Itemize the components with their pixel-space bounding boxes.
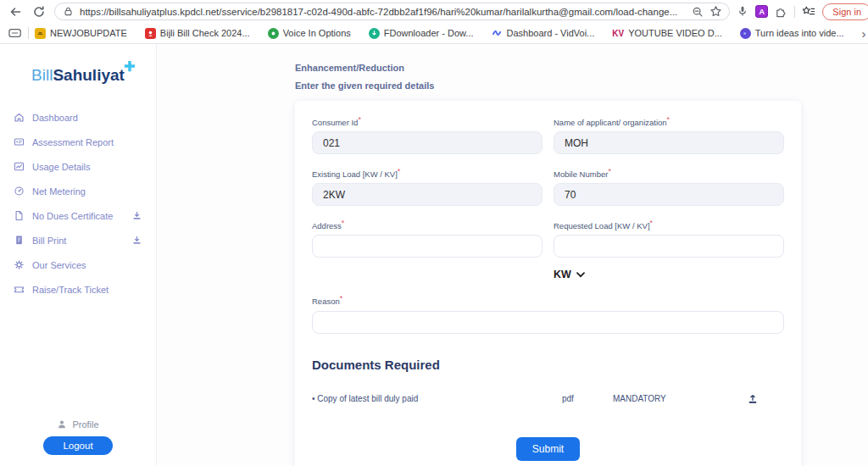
documents-heading: Documents Required	[312, 358, 784, 372]
existing-load-label: Existing Load [KW / KV]*	[312, 167, 542, 179]
unit-select[interactable]: KW	[554, 269, 585, 280]
address-field: Address*	[312, 219, 542, 281]
bookmarks-overflow-chevron[interactable]: ›	[862, 27, 866, 40]
bookmark-voice-in-options[interactable]: Voice In Options	[268, 28, 351, 39]
submit-button[interactable]: Submit	[516, 437, 580, 461]
profile-icon	[57, 419, 67, 430]
sidebar-item-raise-track-ticket[interactable]: Raise/Track Ticket	[0, 277, 156, 302]
ticket-icon	[14, 284, 25, 295]
chevron-down-icon	[576, 272, 585, 278]
sign-in-button[interactable]: Sign in	[822, 3, 868, 20]
bookmark-icon	[35, 28, 46, 39]
back-icon[interactable]	[7, 3, 24, 20]
bill-icon	[14, 235, 25, 246]
meter-icon	[14, 186, 25, 197]
form-grid: Consumer Id* Name of applicant/ organiza…	[312, 115, 784, 334]
profile-link[interactable]: Profile	[57, 419, 98, 430]
bookmark-turn-ideas[interactable]: Turn ideas into vide...	[740, 28, 844, 39]
requested-load-input[interactable]	[554, 235, 784, 258]
bookmark-fdownloader[interactable]: FDownloader - Dow...	[369, 28, 474, 39]
sidebar: BillSahuliyat Dashboard Assessment Repor…	[0, 44, 157, 465]
existing-load-input[interactable]	[312, 183, 542, 206]
bookmark-icon	[145, 28, 156, 39]
requested-load-field: Requested Load [KW / KV]* KW	[554, 219, 784, 281]
logo-plus-icon	[124, 60, 136, 72]
file-icon	[14, 210, 25, 221]
bookmark-star-icon[interactable]	[709, 5, 722, 18]
form-card: Consumer Id* Name of applicant/ organiza…	[295, 101, 801, 466]
address-input[interactable]	[312, 235, 542, 258]
consumer-id-input[interactable]	[312, 131, 542, 154]
reason-input[interactable]	[312, 311, 784, 334]
main-content: Enhancement/Reduction Enter the given re…	[157, 44, 868, 465]
bookmark-youtube-video[interactable]: KV YOUTUBE VIDEO D...	[612, 28, 722, 38]
consumer-id-label: Consumer Id*	[312, 115, 542, 127]
document-file-type: pdf	[562, 394, 613, 403]
extensions-puzzle-icon[interactable]	[775, 5, 787, 18]
sidebar-item-no-dues-certificate[interactable]: No Dues Certificate	[0, 203, 156, 228]
url-text[interactable]: https://billsahuliyatplus.kpdcl.net/sser…	[80, 7, 686, 17]
upload-icon[interactable]	[747, 393, 759, 405]
bookmarks-bar: NEWJOBUPDATE Bijli Bill Check 2024... Vo…	[0, 23, 868, 44]
page-subtitle: Enter the given required details	[295, 80, 801, 91]
extension-a-icon[interactable]: A	[755, 5, 768, 18]
applicant-name-input[interactable]	[554, 131, 784, 154]
mobile-number-label: Mobile Number*	[554, 167, 784, 179]
document-name: • Copy of latest bill duly paid	[312, 394, 562, 403]
sidebar-footer: Profile Logout	[0, 419, 156, 465]
download-icon[interactable]	[131, 235, 142, 246]
sidebar-item-bill-print[interactable]: Bill Print	[0, 228, 156, 252]
reading-list-icon[interactable]	[8, 27, 22, 39]
bookmark-icon: KV	[612, 29, 624, 38]
zoom-out-icon[interactable]	[692, 6, 704, 18]
document-requirement-badge: MANDATORY	[613, 394, 747, 403]
voice-search-icon[interactable]	[737, 5, 748, 18]
logout-button[interactable]: Logout	[43, 436, 113, 455]
sidebar-item-our-services[interactable]: Our Services	[0, 252, 156, 277]
sidebar-menu: Dashboard Assessment Report Usage Detail…	[0, 105, 156, 302]
existing-load-field: Existing Load [KW / KV]*	[312, 167, 542, 206]
address-bar[interactable]: https://billsahuliyatplus.kpdcl.net/sser…	[54, 3, 730, 20]
sidebar-item-usage-details[interactable]: Usage Details	[0, 154, 156, 179]
consumer-id-field: Consumer Id*	[312, 115, 542, 154]
sidebar-item-net-metering[interactable]: Net Metering	[0, 179, 156, 203]
home-icon	[14, 112, 25, 123]
browser-toolbar: https://billsahuliyatplus.kpdcl.net/sser…	[0, 0, 868, 23]
bookmark-icon	[492, 28, 503, 39]
site-security-icon[interactable]	[63, 6, 74, 17]
bookmark-icon	[740, 28, 751, 39]
bookmark-icon	[268, 28, 279, 39]
page-title: Enhancement/Reduction	[295, 63, 801, 73]
submit-area: Submit	[312, 437, 784, 461]
chart-icon	[14, 161, 25, 172]
applicant-name-label: Name of applicant/ organization*	[554, 115, 784, 127]
bookmark-dashboard-vidvoi[interactable]: Dashboard - VidVoi...	[492, 28, 595, 39]
services-gear-icon	[14, 259, 25, 270]
bookmarks-divider	[28, 27, 29, 39]
app-body: BillSahuliyat Dashboard Assessment Repor…	[0, 44, 868, 465]
reason-field: Reason*	[312, 294, 784, 333]
report-icon	[14, 136, 25, 147]
address-label: Address*	[312, 219, 542, 230]
bookmark-icon	[369, 28, 380, 39]
toolbar-divider	[794, 6, 795, 18]
reason-label: Reason*	[312, 294, 784, 306]
sidebar-item-dashboard[interactable]: Dashboard	[0, 105, 156, 130]
applicant-name-field: Name of applicant/ organization*	[554, 115, 784, 154]
app-logo[interactable]: BillSahuliyat	[31, 66, 125, 85]
requested-load-label: Requested Load [KW / KV]*	[554, 219, 784, 230]
bookmarks-panel-icon[interactable]	[802, 5, 815, 18]
download-icon[interactable]	[131, 210, 142, 221]
refresh-icon[interactable]	[31, 3, 47, 20]
sidebar-item-assessment-report[interactable]: Assessment Report	[0, 130, 156, 154]
document-row: • Copy of latest bill duly paid pdf MAND…	[312, 393, 784, 405]
bookmark-newjobupdate[interactable]: NEWJOBUPDATE	[35, 28, 127, 39]
mobile-number-field: Mobile Number*	[554, 167, 784, 206]
mobile-number-input[interactable]	[554, 183, 784, 206]
bookmark-bijli-bill-check[interactable]: Bijli Bill Check 2024...	[145, 28, 250, 39]
